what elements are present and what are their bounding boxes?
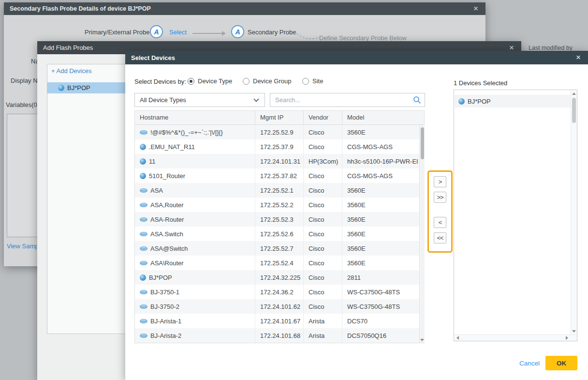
close-icon[interactable]: × (573, 51, 583, 64)
selected-device-label: BJ*POP (468, 98, 491, 105)
add-devices-link[interactable]: + Add Devices (51, 67, 91, 75)
radio-device-group[interactable]: Device Group (243, 77, 291, 85)
ok-button[interactable]: OK (545, 356, 577, 370)
selected-device-item[interactable]: BJ*POP (455, 95, 571, 107)
cloud-device-icon (140, 188, 147, 193)
cancel-button[interactable]: Cancel (519, 360, 540, 367)
table-row[interactable]: BJ-Arista-2172.24.101.68AristaDCS7050Q16 (135, 328, 424, 343)
vendor-cell: HP(3Com) (304, 154, 342, 168)
hostname-text: ASA.Switch (150, 230, 183, 238)
table-scrollbar[interactable] (419, 125, 425, 343)
mgmt-ip-cell: 172.25.52.6 (255, 227, 304, 241)
table-row[interactable]: 5101_Router172.25.37.82CiscoCGS-MGS-AGS (135, 168, 424, 183)
select-devices-by-label: Select Devices by: (134, 78, 186, 85)
model-cell: DCS70 (342, 314, 424, 328)
hostname-cell: BJ-3750-2 (135, 299, 255, 314)
vendor-cell: Cisco (304, 198, 342, 212)
column-header-hostname[interactable]: Hostname (135, 111, 255, 124)
mgmt-ip-cell: 172.24.101.62 (255, 299, 304, 314)
device-type-dropdown[interactable]: All Device Types (134, 93, 265, 107)
radio-label: Site (312, 77, 323, 85)
column-header-vendor[interactable]: Vendor (304, 111, 342, 124)
select-probe-link[interactable]: Select (169, 29, 187, 36)
cloud-device-icon (140, 246, 147, 251)
table-row[interactable]: ASA@Switch172.25.52.7Cisco3560E (135, 241, 424, 256)
device-table-body: !@#$%^&*()_-=+~`:;.'|\/[]{}172.25.52.9Ci… (135, 125, 424, 343)
cloud-device-icon (140, 130, 147, 135)
mgmt-ip-cell: 172.25.52.1 (255, 183, 304, 198)
probe-details-title: Secondary Flash Probe Details of device … (4, 5, 151, 12)
hostname-cell: BJ-Arista-1 (135, 314, 255, 328)
hostname-text: 11 (149, 158, 156, 165)
hostname-cell: ASA (135, 183, 255, 198)
cloud-device-icon (140, 217, 147, 222)
table-row[interactable]: BJ-3750-2172.24.101.62CiscoWS-C3750G-48T… (135, 299, 424, 314)
hostname-text: ASA@Switch (150, 245, 188, 252)
move-all-right-button[interactable]: >> (434, 192, 446, 203)
scroll-right-arrow-icon[interactable] (566, 336, 568, 340)
last-modified-label: Last modified by (529, 45, 573, 51)
primary-probe-label: Primary/External Probe (85, 29, 149, 36)
hostname-text: .EMU_NAT_R11 (149, 143, 195, 151)
hostname-cell: BJ-Arista-2 (135, 328, 255, 343)
hostname-cell: ASA.Switch (135, 227, 255, 241)
cloud-device-icon (140, 334, 147, 338)
view-sample-link[interactable]: View Samp (7, 243, 39, 250)
globe-device-icon (458, 98, 465, 105)
cloud-device-icon (140, 203, 147, 207)
scroll-left-arrow-icon[interactable] (456, 336, 459, 340)
table-row[interactable]: ASA-Router172.25.52.3Cisco3560E (135, 212, 424, 227)
panel-horizontal-scrollbar[interactable] (454, 334, 577, 341)
table-row[interactable]: ASA172.25.52.1Cisco3560E (135, 183, 424, 198)
scroll-up-arrow-icon[interactable] (572, 92, 576, 95)
vendor-cell: Cisco (304, 299, 342, 314)
scrollbar-thumb[interactable] (572, 98, 576, 123)
hostname-cell: ASA\Router (135, 256, 255, 270)
add-flash-probes-title: Add Flash Probes (37, 44, 93, 51)
mgmt-ip-cell: 172.24.32.225 (255, 270, 304, 285)
globe-device-icon (58, 85, 64, 91)
table-row[interactable]: .EMU_NAT_R11172.25.37.9CiscoCGS-MGS-AGS (135, 139, 424, 154)
search-icon[interactable] (413, 96, 421, 104)
table-row[interactable]: ASA\Router172.25.52.4Cisco3560E (135, 256, 424, 270)
radio-label: Device Group (253, 77, 291, 85)
model-cell: DCS7050Q16 (342, 328, 424, 343)
search-input[interactable] (270, 93, 410, 106)
model-cell: 3560E (342, 212, 424, 227)
mgmt-ip-cell: 172.24.101.67 (255, 314, 304, 328)
globe-device-icon (140, 173, 146, 179)
vendor-cell: Cisco (304, 270, 342, 285)
hostname-cell: ASA-Router (135, 212, 255, 227)
move-all-left-button[interactable]: << (434, 232, 446, 243)
mgmt-ip-cell: 172.25.52.3 (255, 212, 304, 227)
selected-devices-panel: BJ*POP (454, 90, 577, 341)
scroll-down-arrow-icon[interactable] (420, 339, 424, 341)
move-left-button[interactable]: < (434, 217, 446, 228)
vendor-cell: Cisco (304, 227, 342, 241)
table-row[interactable]: BJ*POP172.24.32.225Cisco2811 (135, 270, 424, 285)
panel-vertical-scrollbar[interactable] (571, 90, 577, 335)
table-row[interactable]: ASA.Switch172.25.52.6Cisco3560E (135, 227, 424, 241)
hostname-cell: !@#$%^&*()_-=+~`:;.'|\/[]{} (135, 125, 255, 139)
radio-site[interactable]: Site (302, 77, 323, 85)
table-header: Hostname Mgmt IP Vendor Model (135, 111, 424, 125)
vendor-cell: Arista (304, 314, 342, 328)
radio-icon (302, 78, 309, 85)
table-row[interactable]: !@#$%^&*()_-=+~`:;.'|\/[]{}172.25.52.9Ci… (135, 125, 424, 139)
move-right-button[interactable]: > (434, 176, 446, 187)
table-row[interactable]: ASA,Router172.25.52.2Cisco3560E (135, 198, 424, 212)
hostname-text: BJ-Arista-2 (150, 332, 181, 339)
table-row[interactable]: 11172.24.101.31HP(3Com)hh3c-s5100-16P-PW… (135, 154, 424, 168)
vendor-cell: Cisco (304, 285, 342, 299)
mgmt-ip-cell: 172.24.101.31 (255, 154, 304, 168)
close-icon[interactable]: × (471, 2, 481, 15)
radio-device-type[interactable]: Device Type (188, 77, 232, 85)
cloud-device-icon (140, 232, 147, 236)
column-header-model[interactable]: Model (342, 111, 424, 124)
probe-icon-glyph: A (235, 28, 240, 36)
scrollbar-thumb[interactable] (421, 127, 424, 159)
table-row[interactable]: BJ-3750-1172.24.36.2CiscoWS-C3750G-48TS (135, 285, 424, 299)
table-row[interactable]: BJ-Arista-1172.24.101.67AristaDCS70 (135, 314, 424, 328)
column-header-mgmt-ip[interactable]: Mgmt IP (255, 111, 304, 124)
scroll-down-arrow-icon[interactable] (572, 330, 576, 333)
